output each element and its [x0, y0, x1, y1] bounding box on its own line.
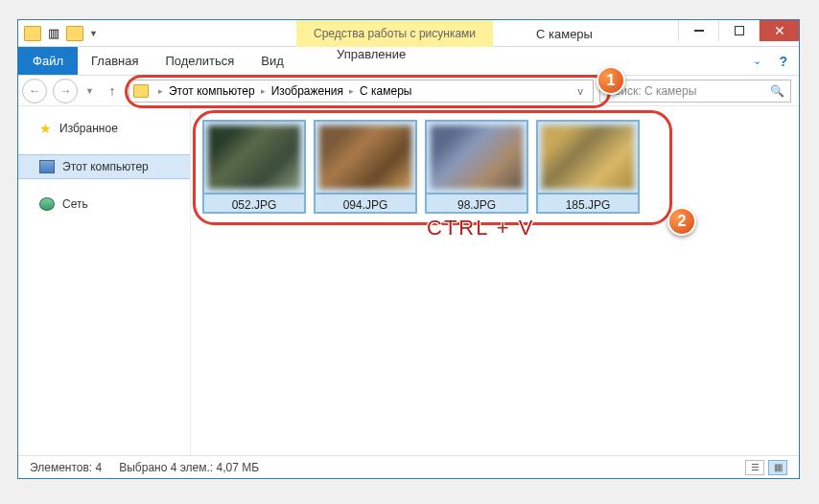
view-toggles: ☰ ▦	[745, 460, 787, 475]
file-name: 98.JPG	[425, 195, 528, 214]
tab-share[interactable]: Поделиться	[152, 47, 247, 75]
qat-dropdown-icon[interactable]: ▼	[89, 29, 98, 38]
maximize-button[interactable]	[718, 20, 759, 41]
sidebar-item-network[interactable]: Сеть	[18, 193, 190, 216]
thumbnail	[425, 120, 528, 195]
search-icon[interactable]: 🔍	[770, 84, 784, 98]
help-icon[interactable]: ?	[779, 54, 787, 69]
breadcrumb-segment[interactable]: С камеры	[360, 84, 411, 98]
annotation-shortcut-label: CTRL + V	[427, 216, 534, 241]
quick-access-toolbar: ▥ ▼	[18, 20, 104, 46]
breadcrumb-segment[interactable]: Изображения	[271, 84, 343, 98]
address-dropdown-icon[interactable]: v	[573, 85, 590, 97]
thumbnail	[536, 120, 640, 195]
thumbnail	[202, 120, 306, 195]
thumbnail	[314, 120, 417, 195]
search-placeholder: Поиск: С камеры	[606, 84, 696, 98]
network-icon	[39, 197, 55, 211]
explorer-window: ▥ ▼ Средства работы с рисунками С камеры…	[17, 19, 800, 479]
folder-icon	[133, 84, 149, 98]
sidebar-item-label: Сеть	[62, 197, 88, 211]
history-dropdown-icon[interactable]: ▼	[83, 86, 96, 96]
chevron-right-icon[interactable]: ▸	[345, 86, 358, 96]
file-name: 094.JPG	[314, 195, 417, 214]
close-button[interactable]: ✕	[759, 20, 799, 41]
file-tab[interactable]: Файл	[18, 47, 78, 75]
chevron-right-icon[interactable]: ▸	[257, 86, 269, 96]
ribbon-tabs: Файл Главная Поделиться Вид Управление ⌄…	[18, 47, 799, 76]
file-item[interactable]: 185.JPG	[536, 120, 640, 214]
file-name: 185.JPG	[536, 195, 640, 214]
tab-view[interactable]: Вид	[247, 47, 297, 75]
star-icon: ★	[39, 121, 52, 136]
file-list-pane[interactable]: 052.JPG 094.JPG 98.JPG 185.JPG	[191, 106, 799, 455]
file-name: 052.JPG	[202, 195, 306, 214]
address-bar-wrap: ▸ Этот компьютер ▸ Изображения ▸ С камер…	[129, 80, 594, 103]
thumbnails-view-button[interactable]: ▦	[768, 460, 787, 475]
navigation-pane: ★ Избранное Этот компьютер Сеть	[18, 106, 191, 455]
forward-button[interactable]: →	[53, 79, 78, 103]
files-selection-wrap: 052.JPG 094.JPG 98.JPG 185.JPG	[202, 120, 649, 214]
window-title: С камеры	[536, 20, 593, 47]
status-item-count: Элементов: 4	[30, 461, 102, 474]
chevron-right-icon[interactable]: ▸	[154, 86, 167, 96]
title-bar: ▥ ▼ Средства работы с рисунками С камеры…	[18, 20, 799, 47]
sidebar-item-favorites[interactable]: ★ Избранное	[18, 116, 190, 141]
minimize-button[interactable]	[678, 20, 718, 41]
navigation-row: ← → ▼ ↑ ▸ Этот компьютер ▸ Изображения ▸…	[18, 76, 799, 106]
file-item[interactable]: 98.JPG	[425, 120, 528, 214]
status-selection: Выбрано 4 элем.: 4,07 МБ	[119, 461, 259, 474]
files-row: 052.JPG 094.JPG 98.JPG 185.JPG	[202, 120, 649, 214]
sidebar-item-label: Избранное	[59, 122, 118, 135]
body: ★ Избранное Этот компьютер Сеть 052.JPG	[18, 106, 799, 455]
address-bar[interactable]: ▸ Этот компьютер ▸ Изображения ▸ С камер…	[129, 80, 594, 103]
ribbon-expand-icon[interactable]: ⌄	[753, 55, 761, 67]
status-bar: Элементов: 4 Выбрано 4 элем.: 4,07 МБ ☰ …	[18, 455, 799, 478]
file-item[interactable]: 052.JPG	[202, 120, 306, 214]
tab-manage[interactable]: Управление	[296, 47, 446, 61]
breadcrumb-segment[interactable]: Этот компьютер	[169, 84, 255, 98]
folder-icon[interactable]	[24, 26, 41, 41]
up-button[interactable]: ↑	[102, 80, 123, 102]
new-folder-icon[interactable]	[66, 26, 83, 41]
window-controls: ✕	[678, 20, 799, 46]
computer-icon	[39, 160, 55, 173]
search-input[interactable]: Поиск: С камеры 🔍	[599, 80, 791, 103]
tab-home[interactable]: Главная	[78, 47, 152, 75]
file-item[interactable]: 094.JPG	[314, 120, 417, 214]
details-view-button[interactable]: ☰	[745, 460, 764, 475]
back-button[interactable]: ←	[22, 79, 47, 103]
properties-icon[interactable]: ▥	[45, 25, 62, 42]
sidebar-item-computer[interactable]: Этот компьютер	[18, 154, 190, 179]
context-tab-label: Средства работы с рисунками	[296, 20, 493, 47]
sidebar-item-label: Этот компьютер	[62, 160, 149, 173]
annotation-badge: 2	[667, 207, 696, 236]
